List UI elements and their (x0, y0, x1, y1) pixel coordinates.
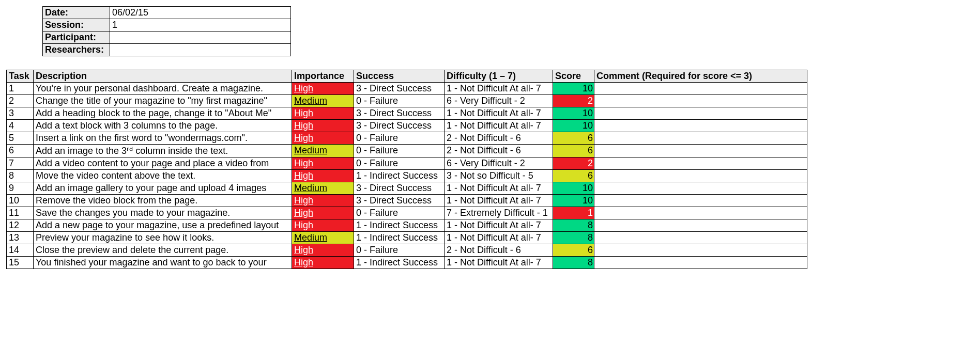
cell-comment (594, 207, 807, 219)
cell-description: Move the video content above the text. (34, 170, 292, 182)
cell-success: 1 - Indirect Success (354, 219, 445, 232)
cell-importance: Medium (292, 145, 354, 157)
cell-task: 5 (7, 132, 34, 145)
cell-score: 6 (553, 244, 594, 257)
cell-task: 15 (7, 257, 34, 269)
cell-importance: High (292, 83, 354, 95)
header-row: Task Description Importance Success Diff… (7, 70, 807, 83)
cell-score: 8 (553, 219, 594, 232)
cell-description: Add a video content to your page and pla… (34, 157, 292, 170)
cell-comment (594, 83, 807, 95)
cell-task: 9 (7, 182, 34, 195)
cell-score: 8 (553, 232, 594, 244)
cell-description: Add a new page to your magazine, use a p… (34, 219, 292, 232)
cell-success: 1 - Indirect Success (354, 257, 445, 269)
cell-task: 12 (7, 219, 34, 232)
table-row: 3Add a heading block to the page, change… (7, 107, 807, 120)
cell-importance: Medium (292, 95, 354, 107)
meta-session-value: 1 (110, 19, 291, 31)
cell-task: 11 (7, 207, 34, 219)
table-row: 6Add an image to the 3ʳᵈ column inside t… (7, 145, 807, 157)
cell-score: 1 (553, 207, 594, 219)
cell-success: 3 - Direct Success (354, 107, 445, 120)
table-row: 13Preview your magazine to see how it lo… (7, 232, 807, 244)
cell-score: 10 (553, 107, 594, 120)
cell-score: 10 (553, 120, 594, 132)
cell-task: 6 (7, 145, 34, 157)
cell-score: 2 (553, 157, 594, 170)
cell-difficulty: 1 - Not Difficult At all- 7 (445, 195, 553, 207)
table-row: 1You're in your personal dashboard. Crea… (7, 83, 807, 95)
header-comment: Comment (Required for score <= 3) (594, 70, 807, 83)
cell-comment (594, 157, 807, 170)
cell-comment (594, 257, 807, 269)
cell-score: 10 (553, 83, 594, 95)
tasks-table: Task Description Importance Success Diff… (6, 70, 807, 269)
table-row: 7Add a video content to your page and pl… (7, 157, 807, 170)
table-row: 8Move the video content above the text.H… (7, 170, 807, 182)
cell-importance: High (292, 170, 354, 182)
cell-description: Add an image to the 3ʳᵈ column inside th… (34, 145, 292, 157)
cell-task: 3 (7, 107, 34, 120)
cell-task: 2 (7, 95, 34, 107)
meta-participant-value (110, 31, 291, 44)
table-row: 12Add a new page to your magazine, use a… (7, 219, 807, 232)
cell-difficulty: 2 - Not Difficult - 6 (445, 132, 553, 145)
cell-description: You finished your magazine and want to g… (34, 257, 292, 269)
cell-difficulty: 1 - Not Difficult At all- 7 (445, 107, 553, 120)
header-description: Description (34, 70, 292, 83)
header-task: Task (7, 70, 34, 83)
cell-success: 0 - Failure (354, 95, 445, 107)
cell-importance: High (292, 219, 354, 232)
cell-description: Close the preview and delete the current… (34, 244, 292, 257)
cell-importance: High (292, 257, 354, 269)
header-importance: Importance (292, 70, 354, 83)
cell-task: 4 (7, 120, 34, 132)
cell-difficulty: 3 - Not so Difficult - 5 (445, 170, 553, 182)
cell-description: Save the changes you made to your magazi… (34, 207, 292, 219)
table-row: 10Remove the video block from the page.H… (7, 195, 807, 207)
meta-researchers-value (110, 44, 291, 56)
cell-description: Preview your magazine to see how it look… (34, 232, 292, 244)
cell-importance: High (292, 207, 354, 219)
cell-comment (594, 132, 807, 145)
header-success: Success (354, 70, 445, 83)
cell-success: 3 - Direct Success (354, 182, 445, 195)
cell-difficulty: 1 - Not Difficult At all- 7 (445, 219, 553, 232)
cell-score: 10 (553, 195, 594, 207)
cell-description: Change the title of your magazine to "my… (34, 95, 292, 107)
cell-description: Add a heading block to the page, change … (34, 107, 292, 120)
cell-score: 10 (553, 182, 594, 195)
cell-difficulty: 1 - Not Difficult At all- 7 (445, 182, 553, 195)
meta-table: Date: 06/02/15 Session: 1 Participant: R… (42, 6, 291, 56)
cell-importance: Medium (292, 182, 354, 195)
table-row: 11Save the changes you made to your maga… (7, 207, 807, 219)
cell-difficulty: 6 - Very Difficult - 2 (445, 95, 553, 107)
cell-difficulty: 2 - Not Difficult - 6 (445, 244, 553, 257)
meta-participant-label: Participant: (43, 31, 110, 44)
cell-difficulty: 1 - Not Difficult At all- 7 (445, 83, 553, 95)
cell-score: 2 (553, 95, 594, 107)
cell-importance: High (292, 244, 354, 257)
meta-researchers-label: Researchers: (43, 44, 110, 56)
cell-success: 3 - Direct Success (354, 195, 445, 207)
meta-date-label: Date: (43, 7, 110, 19)
table-row: 15You finished your magazine and want to… (7, 257, 807, 269)
cell-description: Add a text block with 3 columns to the p… (34, 120, 292, 132)
cell-importance: High (292, 195, 354, 207)
cell-success: 3 - Direct Success (354, 120, 445, 132)
cell-importance: High (292, 107, 354, 120)
cell-comment (594, 182, 807, 195)
cell-difficulty: 7 - Extremely Difficult - 1 (445, 207, 553, 219)
cell-task: 1 (7, 83, 34, 95)
cell-difficulty: 1 - Not Difficult At all- 7 (445, 257, 553, 269)
table-row: 4Add a text block with 3 columns to the … (7, 120, 807, 132)
cell-success: 3 - Direct Success (354, 83, 445, 95)
cell-comment (594, 232, 807, 244)
cell-description: You're in your personal dashboard. Creat… (34, 83, 292, 95)
meta-date-value: 06/02/15 (110, 7, 291, 19)
cell-success: 1 - Indirect Success (354, 232, 445, 244)
cell-task: 10 (7, 195, 34, 207)
cell-success: 1 - Indirect Success (354, 170, 445, 182)
cell-comment (594, 170, 807, 182)
